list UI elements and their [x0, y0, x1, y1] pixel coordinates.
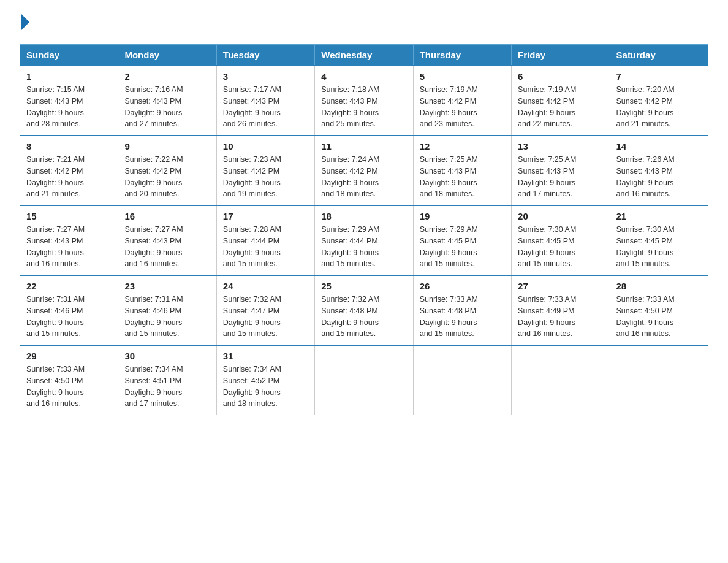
calendar-cell: 27 Sunrise: 7:33 AMSunset: 4:49 PMDaylig… — [512, 275, 610, 345]
weekday-header-tuesday: Tuesday — [216, 45, 314, 66]
calendar-cell: 5 Sunrise: 7:19 AMSunset: 4:42 PMDayligh… — [413, 66, 511, 136]
calendar-cell: 30 Sunrise: 7:34 AMSunset: 4:51 PMDaylig… — [118, 345, 216, 415]
weekday-header-thursday: Thursday — [413, 45, 511, 66]
day-info: Sunrise: 7:33 AMSunset: 4:50 PMDaylight:… — [26, 365, 85, 408]
calendar-cell: 19 Sunrise: 7:29 AMSunset: 4:45 PMDaylig… — [413, 205, 511, 275]
calendar-cell: 24 Sunrise: 7:32 AMSunset: 4:47 PMDaylig… — [216, 275, 314, 345]
day-info: Sunrise: 7:25 AMSunset: 4:43 PMDaylight:… — [518, 155, 576, 198]
calendar-cell: 22 Sunrise: 7:31 AMSunset: 4:46 PMDaylig… — [20, 275, 118, 345]
weekday-header-friday: Friday — [512, 45, 610, 66]
day-number: 24 — [223, 281, 308, 291]
week-row-4: 22 Sunrise: 7:31 AMSunset: 4:46 PMDaylig… — [20, 275, 708, 345]
day-info: Sunrise: 7:26 AMSunset: 4:43 PMDaylight:… — [616, 155, 675, 198]
calendar-cell: 15 Sunrise: 7:27 AMSunset: 4:43 PMDaylig… — [20, 205, 118, 275]
day-info: Sunrise: 7:15 AMSunset: 4:43 PMDaylight:… — [26, 85, 85, 128]
weekday-header-row: SundayMondayTuesdayWednesdayThursdayFrid… — [20, 45, 708, 66]
day-info: Sunrise: 7:20 AMSunset: 4:42 PMDaylight:… — [616, 85, 675, 128]
weekday-header-saturday: Saturday — [610, 45, 708, 66]
week-row-5: 29 Sunrise: 7:33 AMSunset: 4:50 PMDaylig… — [20, 345, 708, 415]
day-number: 31 — [223, 351, 308, 361]
day-info: Sunrise: 7:27 AMSunset: 4:43 PMDaylight:… — [26, 225, 85, 268]
day-number: 14 — [616, 141, 702, 151]
day-info: Sunrise: 7:19 AMSunset: 4:42 PMDaylight:… — [420, 85, 478, 128]
day-number: 4 — [321, 71, 406, 82]
calendar-cell: 10 Sunrise: 7:23 AMSunset: 4:42 PMDaylig… — [216, 136, 314, 205]
day-info: Sunrise: 7:29 AMSunset: 4:45 PMDaylight:… — [420, 225, 478, 268]
calendar-cell: 28 Sunrise: 7:33 AMSunset: 4:50 PMDaylig… — [610, 275, 708, 345]
calendar-cell: 18 Sunrise: 7:29 AMSunset: 4:44 PMDaylig… — [315, 205, 413, 275]
calendar-cell: 9 Sunrise: 7:22 AMSunset: 4:42 PMDayligh… — [118, 136, 216, 205]
day-info: Sunrise: 7:28 AMSunset: 4:44 PMDaylight:… — [223, 225, 281, 268]
day-info: Sunrise: 7:18 AMSunset: 4:43 PMDaylight:… — [321, 85, 379, 128]
day-info: Sunrise: 7:31 AMSunset: 4:46 PMDaylight:… — [26, 295, 85, 338]
weekday-header-monday: Monday — [118, 45, 216, 66]
week-row-3: 15 Sunrise: 7:27 AMSunset: 4:43 PMDaylig… — [20, 205, 708, 275]
calendar-cell: 8 Sunrise: 7:21 AMSunset: 4:42 PMDayligh… — [20, 136, 118, 205]
day-info: Sunrise: 7:29 AMSunset: 4:44 PMDaylight:… — [321, 225, 379, 268]
day-number: 6 — [518, 71, 603, 82]
day-number: 21 — [616, 211, 702, 221]
calendar-cell: 3 Sunrise: 7:17 AMSunset: 4:43 PMDayligh… — [216, 66, 314, 136]
day-number: 22 — [26, 281, 112, 291]
day-info: Sunrise: 7:27 AMSunset: 4:43 PMDaylight:… — [124, 225, 183, 268]
logo — [20, 15, 31, 32]
day-number: 5 — [420, 71, 505, 82]
day-info: Sunrise: 7:30 AMSunset: 4:45 PMDaylight:… — [616, 225, 675, 268]
day-number: 30 — [124, 351, 210, 361]
calendar-cell — [610, 345, 708, 415]
day-number: 11 — [321, 141, 406, 151]
day-number: 16 — [124, 211, 210, 221]
calendar-cell: 2 Sunrise: 7:16 AMSunset: 4:43 PMDayligh… — [118, 66, 216, 136]
day-info: Sunrise: 7:34 AMSunset: 4:52 PMDaylight:… — [223, 365, 281, 408]
day-info: Sunrise: 7:33 AMSunset: 4:49 PMDaylight:… — [518, 295, 576, 338]
day-number: 17 — [223, 211, 308, 221]
calendar-cell — [413, 345, 511, 415]
day-info: Sunrise: 7:34 AMSunset: 4:51 PMDaylight:… — [124, 365, 183, 408]
week-row-2: 8 Sunrise: 7:21 AMSunset: 4:42 PMDayligh… — [20, 136, 708, 205]
calendar-cell: 6 Sunrise: 7:19 AMSunset: 4:42 PMDayligh… — [512, 66, 610, 136]
day-number: 25 — [321, 281, 406, 291]
day-info: Sunrise: 7:32 AMSunset: 4:47 PMDaylight:… — [223, 295, 281, 338]
day-info: Sunrise: 7:17 AMSunset: 4:43 PMDaylight:… — [223, 85, 281, 128]
day-number: 8 — [26, 141, 112, 151]
logo-arrow-icon — [21, 13, 29, 31]
day-info: Sunrise: 7:21 AMSunset: 4:42 PMDaylight:… — [26, 155, 85, 198]
day-info: Sunrise: 7:32 AMSunset: 4:48 PMDaylight:… — [321, 295, 379, 338]
calendar-cell: 17 Sunrise: 7:28 AMSunset: 4:44 PMDaylig… — [216, 205, 314, 275]
day-number: 12 — [420, 141, 505, 151]
day-number: 9 — [124, 141, 210, 151]
day-info: Sunrise: 7:31 AMSunset: 4:46 PMDaylight:… — [124, 295, 183, 338]
day-info: Sunrise: 7:33 AMSunset: 4:50 PMDaylight:… — [616, 295, 675, 338]
day-number: 28 — [616, 281, 702, 291]
calendar-cell: 1 Sunrise: 7:15 AMSunset: 4:43 PMDayligh… — [20, 66, 118, 136]
day-number: 26 — [420, 281, 505, 291]
day-number: 18 — [321, 211, 406, 221]
day-info: Sunrise: 7:33 AMSunset: 4:48 PMDaylight:… — [420, 295, 478, 338]
calendar-cell: 20 Sunrise: 7:30 AMSunset: 4:45 PMDaylig… — [512, 205, 610, 275]
day-info: Sunrise: 7:22 AMSunset: 4:42 PMDaylight:… — [124, 155, 183, 198]
calendar-cell: 31 Sunrise: 7:34 AMSunset: 4:52 PMDaylig… — [216, 345, 314, 415]
day-number: 19 — [420, 211, 505, 221]
day-info: Sunrise: 7:30 AMSunset: 4:45 PMDaylight:… — [518, 225, 576, 268]
calendar-cell: 21 Sunrise: 7:30 AMSunset: 4:45 PMDaylig… — [610, 205, 708, 275]
calendar-cell: 7 Sunrise: 7:20 AMSunset: 4:42 PMDayligh… — [610, 66, 708, 136]
day-info: Sunrise: 7:19 AMSunset: 4:42 PMDaylight:… — [518, 85, 576, 128]
calendar-cell — [512, 345, 610, 415]
calendar-cell: 23 Sunrise: 7:31 AMSunset: 4:46 PMDaylig… — [118, 275, 216, 345]
day-info: Sunrise: 7:24 AMSunset: 4:42 PMDaylight:… — [321, 155, 379, 198]
calendar-cell: 12 Sunrise: 7:25 AMSunset: 4:43 PMDaylig… — [413, 136, 511, 205]
day-number: 15 — [26, 211, 112, 221]
day-number: 13 — [518, 141, 603, 151]
day-number: 10 — [223, 141, 308, 151]
day-info: Sunrise: 7:23 AMSunset: 4:42 PMDaylight:… — [223, 155, 281, 198]
day-info: Sunrise: 7:25 AMSunset: 4:43 PMDaylight:… — [420, 155, 478, 198]
day-number: 2 — [124, 71, 210, 82]
day-info: Sunrise: 7:16 AMSunset: 4:43 PMDaylight:… — [124, 85, 183, 128]
calendar-cell: 13 Sunrise: 7:25 AMSunset: 4:43 PMDaylig… — [512, 136, 610, 205]
day-number: 3 — [223, 71, 308, 82]
calendar-cell: 26 Sunrise: 7:33 AMSunset: 4:48 PMDaylig… — [413, 275, 511, 345]
calendar-cell — [315, 345, 413, 415]
header — [20, 15, 708, 32]
calendar-cell: 4 Sunrise: 7:18 AMSunset: 4:43 PMDayligh… — [315, 66, 413, 136]
day-number: 23 — [124, 281, 210, 291]
